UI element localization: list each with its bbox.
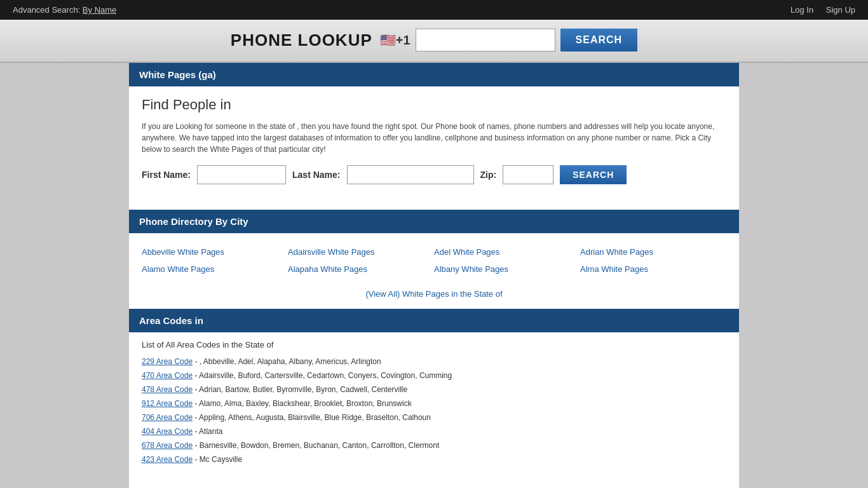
phone-lookup-input[interactable] (416, 29, 555, 51)
advanced-search-section: Advanced Search: By Name (13, 5, 116, 15)
zip-label: Zip: (480, 170, 497, 180)
area-codes-content: List of All Area Codes in the State of 2… (129, 332, 739, 480)
area-code-link[interactable]: 706 Area Code (142, 413, 193, 422)
find-people-heading: Find People in (142, 97, 726, 113)
phone-lookup-section: PHONE LOOKUP 🇺🇸+1 SEARCH (0, 20, 868, 63)
area-code-description: - , Abbeville, Adel, Alapaha, Albany, Am… (193, 357, 381, 366)
phone-lookup-search-button[interactable]: SEARCH (560, 29, 638, 51)
area-code-item: 470 Area Code - Adairsville, Buford, Car… (142, 370, 726, 381)
find-people-section: Find People in If you are Looking for so… (129, 86, 739, 197)
login-link[interactable]: Log In (790, 5, 813, 15)
area-code-description: - Atlanta (193, 427, 222, 436)
last-name-input[interactable] (347, 165, 474, 184)
content-wrapper: White Pages (ga) Find People in If you a… (129, 63, 739, 488)
area-code-link[interactable]: 912 Area Code (142, 399, 193, 408)
phone-lookup-title: PHONE LOOKUP (231, 30, 372, 50)
area-codes-list: 229 Area Code - , Abbeville, Adel, Alapa… (142, 356, 726, 465)
area-code-link[interactable]: 678 Area Code (142, 441, 193, 450)
phone-directory-section: Phone Directory By City Abbeville White … (129, 210, 739, 309)
last-name-label: Last Name: (292, 170, 340, 180)
flag-emoji: 🇺🇸 (380, 33, 396, 47)
city-link[interactable]: Albany White Pages (434, 261, 580, 278)
advanced-search-by-name-link[interactable]: By Name (83, 5, 116, 15)
area-codes-list-title: List of All Area Codes in the State of (142, 340, 726, 349)
area-code-item: 912 Area Code - Alamo, Alma, Baxley, Bla… (142, 398, 726, 409)
area-code-description: - Adairsville, Buford, Cartersville, Ced… (193, 371, 452, 380)
city-link[interactable]: Adairsville White Pages (288, 243, 434, 261)
area-code-link[interactable]: 229 Area Code (142, 357, 193, 366)
first-name-input[interactable] (197, 165, 286, 184)
phone-lookup-bar: PHONE LOOKUP 🇺🇸+1 SEARCH (231, 29, 637, 51)
flag-country-code: 🇺🇸+1 (380, 32, 410, 48)
zip-input[interactable] (503, 165, 553, 184)
phone-directory-header: Phone Directory By City (129, 210, 739, 233)
auth-links-section: Log In Sign Up (780, 5, 855, 15)
city-link[interactable]: Adrian White Pages (580, 243, 726, 261)
area-code-item: 478 Area Code - Adrian, Bartow, Butler, … (142, 384, 726, 395)
advanced-search-label: Advanced Search: (13, 5, 80, 15)
view-all-link[interactable]: (View All) White Pages in the State of (365, 289, 502, 299)
area-codes-section: Area Codes in List of All Area Codes in … (129, 309, 739, 480)
area-code-link[interactable]: 470 Area Code (142, 371, 193, 380)
first-name-label: First Name: (142, 170, 191, 180)
country-code: +1 (396, 33, 410, 47)
people-search-form: First Name: Last Name: Zip: SEARCH (142, 165, 726, 184)
area-code-description: - Adrian, Bartow, Butler, Byromville, By… (193, 385, 407, 394)
area-code-item: 706 Area Code - Appling, Athens, Augusta… (142, 412, 726, 423)
area-codes-header: Area Codes in (129, 309, 739, 332)
people-search-button[interactable]: SEARCH (560, 165, 627, 184)
white-pages-description: If you are Looking for someone in the st… (142, 121, 726, 155)
city-link[interactable]: Alapaha White Pages (288, 261, 434, 278)
area-code-link[interactable]: 423 Area Code (142, 455, 193, 464)
main-content: White Pages (ga) Find People in If you a… (129, 63, 739, 488)
area-code-description: - Alamo, Alma, Baxley, Blackshear, Brook… (193, 399, 412, 408)
area-code-link[interactable]: 404 Area Code (142, 427, 193, 436)
outer-wrapper: White Pages (ga) Find People in If you a… (0, 63, 868, 488)
city-link[interactable]: Alma White Pages (580, 261, 726, 278)
area-code-description: - Barnesville, Bowdon, Bremen, Buchanan,… (193, 441, 439, 450)
city-links-grid: Abbeville White PagesAdairsville White P… (129, 233, 739, 283)
signup-link[interactable]: Sign Up (826, 5, 855, 15)
area-code-item: 423 Area Code - Mc Caysville (142, 454, 726, 465)
view-all-section: (View All) White Pages in the State of (129, 283, 739, 309)
area-code-item: 678 Area Code - Barnesville, Bowdon, Bre… (142, 440, 726, 451)
area-code-item: 229 Area Code - , Abbeville, Adel, Alapa… (142, 356, 726, 367)
city-link[interactable]: Abbeville White Pages (142, 243, 288, 261)
area-code-description: - Appling, Athens, Augusta, Blairsville,… (193, 413, 431, 422)
area-code-link[interactable]: 478 Area Code (142, 385, 193, 394)
white-pages-section-header: White Pages (ga) (129, 63, 739, 86)
top-navigation-bar: Advanced Search: By Name Log In Sign Up (0, 0, 868, 20)
area-code-item: 404 Area Code - Atlanta (142, 426, 726, 437)
city-link[interactable]: Adel White Pages (434, 243, 580, 261)
city-link[interactable]: Alamo White Pages (142, 261, 288, 278)
area-code-description: - Mc Caysville (193, 455, 242, 464)
